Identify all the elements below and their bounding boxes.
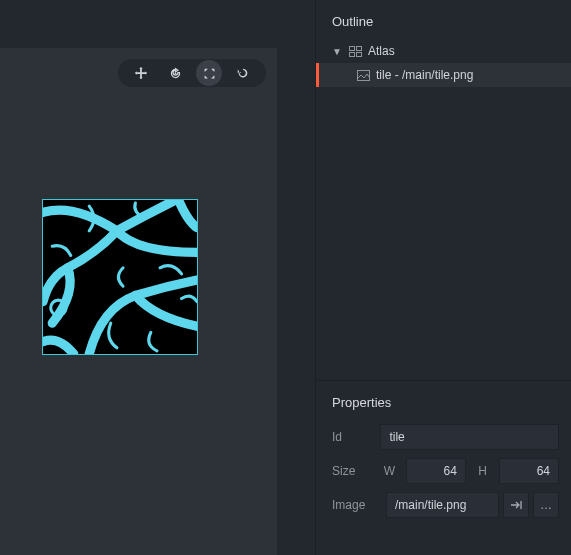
width-label: W [383, 464, 396, 478]
browse-button[interactable]: … [533, 492, 559, 518]
svg-rect-3 [349, 46, 354, 50]
svg-rect-4 [356, 46, 361, 50]
image-icon [356, 68, 370, 82]
refresh-icon [236, 66, 250, 80]
tile-preview[interactable] [42, 199, 198, 355]
reset-view-button[interactable] [230, 60, 256, 86]
height-input[interactable] [499, 458, 559, 484]
id-input[interactable] [380, 424, 559, 450]
tree-row-tile[interactable]: tile - /main/tile.png [316, 63, 571, 87]
move-tool-button[interactable] [128, 60, 154, 86]
viewport [0, 0, 315, 555]
image-path-value: /main/tile.png [395, 498, 466, 512]
property-size-row: Size W H [332, 454, 559, 488]
image-path-field[interactable]: /main/tile.png [386, 492, 499, 518]
tree-root-label: Atlas [368, 44, 395, 58]
property-id-row: Id [332, 420, 559, 454]
width-input[interactable] [406, 458, 466, 484]
ellipsis-icon: … [540, 498, 552, 512]
tile-image [43, 200, 197, 354]
viewport-toolbar [118, 59, 266, 87]
goto-icon [510, 500, 522, 510]
move-icon [134, 66, 148, 80]
properties-panel: Properties Id Size W H Image /main/tile.… [316, 381, 571, 522]
property-image-row: Image /main/tile.png … [332, 488, 559, 522]
atlas-icon [348, 44, 362, 58]
chevron-down-icon: ▼ [332, 46, 342, 57]
svg-point-0 [174, 72, 176, 74]
outline-panel-title: Outline [316, 0, 571, 39]
rotate-tool-button[interactable] [162, 60, 188, 86]
image-label: Image [332, 498, 382, 512]
height-label: H [476, 464, 489, 478]
svg-rect-5 [349, 52, 354, 56]
open-resource-button[interactable] [503, 492, 529, 518]
scale-tool-button[interactable] [196, 60, 222, 86]
size-label: Size [332, 464, 373, 478]
outline-tree[interactable]: ▼ Atlas tile - /main/tile.png [316, 39, 571, 381]
tree-item-label: tile - /main/tile.png [376, 68, 473, 82]
rotate-icon [169, 67, 182, 80]
id-label: Id [332, 430, 370, 444]
side-panels: Outline ▼ Atlas tile - /main/tile.png Pr… [315, 0, 571, 555]
tree-row-root[interactable]: ▼ Atlas [316, 39, 571, 63]
svg-rect-6 [356, 52, 361, 56]
scale-icon [203, 67, 216, 80]
properties-panel-title: Properties [332, 395, 559, 420]
